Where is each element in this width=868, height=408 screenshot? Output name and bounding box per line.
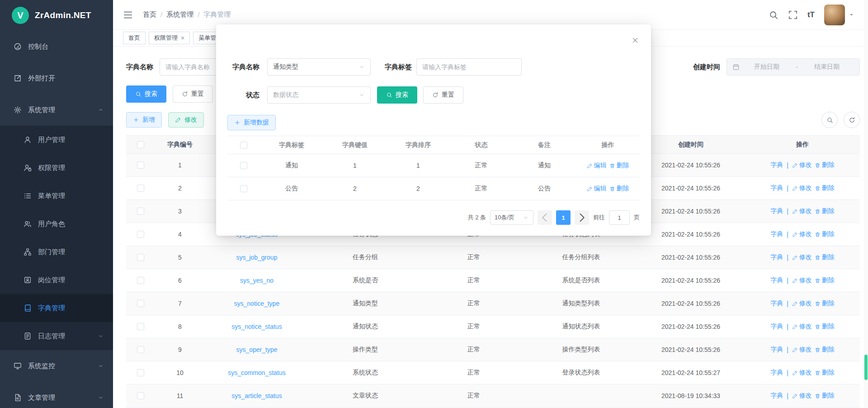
row-select-checkbox[interactable] — [137, 346, 144, 353]
sidebar-item-menu-mgmt[interactable]: 菜单管理 — [0, 182, 113, 210]
row-edit-link[interactable]: 修改 — [792, 207, 812, 215]
row-edit-link[interactable]: 修改 — [792, 161, 812, 169]
dict-type-link[interactable]: sys_article_status — [231, 392, 282, 399]
table-row[interactable]: 11sys_article_status文章状态正常2021-08-19 10:… — [126, 384, 860, 408]
table-refresh-button[interactable] — [844, 112, 860, 128]
reset-button[interactable]: 重置 — [173, 85, 213, 103]
row-delete-link[interactable]: 删除 — [815, 276, 835, 285]
dict-type-link[interactable]: sys_notice_type — [234, 300, 279, 307]
tab-0[interactable]: 首页 — [123, 32, 146, 44]
header-search-button[interactable] — [769, 10, 778, 20]
sidebar-item-sys-monitor[interactable]: 系统监控 — [0, 350, 113, 382]
row-delete-link[interactable]: 删除 — [609, 185, 629, 193]
dict-data-link[interactable]: 字典 — [770, 184, 783, 192]
dialog-close-button[interactable] — [631, 36, 639, 44]
sidebar-item-user-mgmt[interactable]: 用户管理 — [0, 126, 113, 154]
sidebar-item-external-open[interactable]: 外部打开 — [0, 62, 113, 94]
sidebar-item-dict-mgmt[interactable]: 字典管理 — [0, 294, 113, 322]
dict-type-link[interactable]: sys_yes_no — [240, 277, 274, 284]
dict-data-link[interactable]: 字典 — [770, 253, 783, 261]
row-delete-link[interactable]: 删除 — [815, 299, 835, 308]
row-select-checkbox[interactable] — [137, 277, 144, 284]
sidebar-item-article-mgmt[interactable]: 文章管理 — [0, 382, 113, 408]
row-select-checkbox[interactable] — [137, 392, 144, 399]
dict-data-link[interactable]: 字典 — [770, 161, 783, 169]
page-number-1[interactable]: 1 — [556, 210, 571, 225]
row-delete-link[interactable]: 删除 — [815, 161, 835, 169]
dict-type-link[interactable]: sys_oper_type — [236, 346, 277, 353]
dict-data-link[interactable]: 字典 — [770, 299, 783, 308]
breadcrumb-item-0[interactable]: 首页 — [143, 10, 156, 19]
row-select-checkbox[interactable] — [137, 369, 144, 376]
create-time-range-picker[interactable]: 开始日期 - 结束日期 — [726, 58, 860, 76]
prev-page-button[interactable] — [538, 210, 552, 225]
next-page-button[interactable] — [575, 210, 589, 225]
row-edit-link[interactable]: 修改 — [792, 253, 812, 261]
sidebar-item-dashboard[interactable]: 控制台 — [0, 31, 113, 62]
row-select-checkbox[interactable] — [137, 300, 144, 307]
row-edit-link[interactable]: 编辑 — [587, 161, 607, 170]
dict-data-link[interactable]: 字典 — [770, 276, 783, 285]
dict-data-link[interactable]: 字典 — [770, 346, 783, 354]
row-delete-link[interactable]: 删除 — [815, 207, 835, 215]
scrollbar-thumb[interactable] — [864, 355, 868, 380]
dict-data-link[interactable]: 字典 — [770, 207, 783, 215]
fullscreen-button[interactable] — [788, 10, 798, 20]
sidebar-item-perm-mgmt[interactable]: 权限管理 — [0, 154, 113, 182]
select-all-checkbox[interactable] — [137, 141, 144, 148]
dict-type-link[interactable]: sys_job_group — [236, 254, 277, 261]
dict-data-link[interactable]: 字典 — [770, 323, 783, 331]
sidebar-toggle-button[interactable] — [123, 10, 133, 20]
table-row[interactable]: 10sys_common_status系统状态正常登录状态列表2021-02-2… — [126, 361, 860, 384]
modal-search-button[interactable]: 搜索 — [377, 86, 417, 104]
sidebar-item-log-mgmt[interactable]: 日志管理 — [0, 322, 113, 350]
row-edit-link[interactable]: 修改 — [792, 276, 812, 285]
row-edit-link[interactable]: 修改 — [792, 369, 812, 377]
app-logo[interactable]: V ZrAdmin.NET — [0, 0, 113, 31]
sidebar-item-post-mgmt[interactable]: 岗位管理 — [0, 266, 113, 294]
table-row[interactable]: 通知11正常通知编辑删除 — [227, 154, 640, 177]
table-row[interactable]: 公告22正常公告编辑删除 — [227, 177, 640, 200]
row-edit-link[interactable]: 修改 — [792, 230, 812, 238]
search-button[interactable]: 搜索 — [126, 85, 166, 103]
row-select-checkbox[interactable] — [240, 162, 247, 169]
edit-button[interactable]: 修改 — [168, 112, 204, 128]
row-delete-link[interactable]: 删除 — [815, 253, 835, 261]
row-delete-link[interactable]: 删除 — [609, 161, 629, 170]
dict-data-link[interactable]: 字典 — [770, 392, 783, 400]
sidebar-item-system-mgmt[interactable]: 系统管理 — [0, 94, 113, 126]
row-edit-link[interactable]: 修改 — [792, 184, 812, 192]
modal-reset-button[interactable]: 重置 — [423, 86, 463, 104]
row-select-checkbox[interactable] — [137, 231, 144, 238]
row-delete-link[interactable]: 删除 — [815, 230, 835, 238]
user-menu[interactable] — [824, 5, 854, 25]
add-button[interactable]: 新增 — [126, 112, 162, 128]
row-edit-link[interactable]: 修改 — [792, 346, 812, 354]
table-search-toggle-button[interactable] — [821, 112, 838, 128]
dict-data-link[interactable]: 字典 — [770, 230, 783, 238]
table-row[interactable]: 8sys_notice_status通知状态正常通知状态列表2021-02-24… — [126, 315, 860, 338]
page-size-select[interactable]: 10条/页 — [490, 210, 533, 225]
tab-1[interactable]: 权限管理× — [149, 32, 190, 44]
row-delete-link[interactable]: 删除 — [815, 369, 835, 377]
row-delete-link[interactable]: 删除 — [815, 346, 835, 354]
modal-add-data-button[interactable]: 新增数据 — [227, 115, 276, 130]
row-edit-link[interactable]: 修改 — [792, 299, 812, 308]
row-select-checkbox[interactable] — [137, 185, 144, 192]
dict-type-link[interactable]: sys_notice_status — [231, 323, 282, 330]
table-row[interactable]: 7sys_notice_type通知类型正常通知类型列表2021-02-24 1… — [126, 292, 860, 315]
row-select-checkbox[interactable] — [137, 161, 144, 169]
table-row[interactable]: 6sys_yes_no系统是否正常系统是否列表2021-02-24 10:55:… — [126, 269, 860, 292]
dict-data-link[interactable]: 字典 — [770, 369, 783, 377]
row-edit-link[interactable]: 编辑 — [587, 185, 607, 193]
table-row[interactable]: 5sys_job_group任务分组正常任务分组列表2021-02-24 10:… — [126, 246, 860, 269]
goto-page-input[interactable] — [609, 210, 630, 225]
breadcrumb-item-1[interactable]: 系统管理 — [166, 10, 193, 19]
table-row[interactable]: 9sys_oper_type操作类型正常操作类型列表2021-02-24 10:… — [126, 338, 860, 361]
row-edit-link[interactable]: 修改 — [792, 392, 812, 400]
sidebar-item-user-role[interactable]: 用户角色 — [0, 210, 113, 238]
page-scrollbar[interactable] — [864, 0, 868, 408]
row-delete-link[interactable]: 删除 — [815, 323, 835, 331]
font-size-button[interactable]: tT — [807, 10, 815, 19]
tab-close-icon[interactable]: × — [181, 35, 184, 41]
